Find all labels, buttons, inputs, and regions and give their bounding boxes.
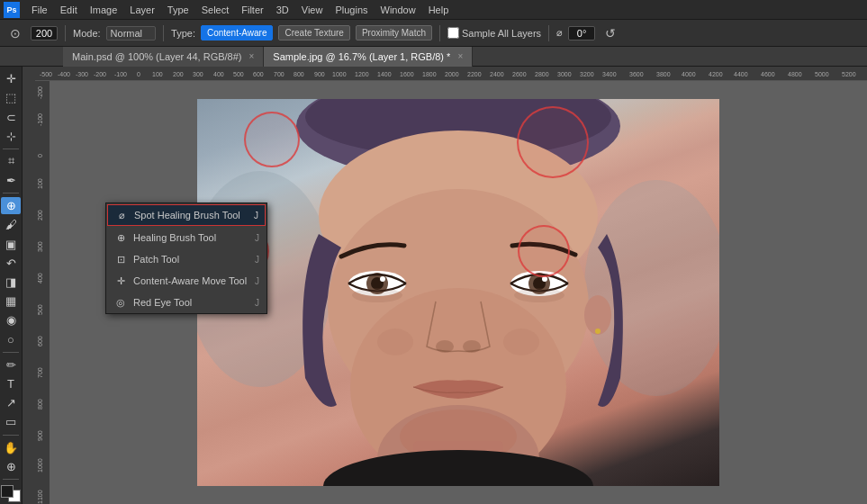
svg-point-78 [503, 328, 539, 356]
quick-select-tool[interactable]: ⊹ [1, 128, 21, 145]
menu-help[interactable]: Help [422, 3, 456, 17]
blur-tool[interactable]: ◉ [1, 311, 21, 328]
create-texture-btn[interactable]: Create Texture [278, 25, 349, 40]
svg-text:700: 700 [37, 367, 43, 378]
menu-window[interactable]: Window [375, 3, 422, 17]
h-ruler: -500 -400 -300 -200 -100 0 100 200 300 4… [35, 67, 867, 81]
clone-stamp-tool[interactable]: ▣ [1, 236, 21, 253]
tool-healing-brush[interactable]: ⊕ Healing Brush Tool J [106, 227, 266, 248]
spot-healing-icon: ⌀ [114, 208, 129, 222]
proximity-match-btn[interactable]: Proximity Match [356, 25, 432, 40]
sep-c [3, 352, 19, 353]
marquee-tool[interactable]: ⬚ [1, 89, 21, 106]
pen-tool[interactable]: ✏ [1, 356, 21, 374]
menu-edit[interactable]: Edit [54, 3, 84, 17]
spot-healing-shortcut: J [254, 211, 258, 220]
tool-spot-healing[interactable]: ⌀ Spot Healing Brush Tool J [107, 204, 266, 226]
canvas-viewport[interactable]: ⌀ Spot Healing Brush Tool J ⊕ Healing Br… [50, 81, 867, 504]
healing-brush-icon: ⊕ [113, 230, 128, 245]
tool-dropdown: ⌀ Spot Healing Brush Tool J ⊕ Healing Br… [105, 202, 267, 314]
menu-image[interactable]: Image [84, 3, 124, 17]
shape-tool[interactable]: ▭ [1, 413, 21, 430]
brush-preset-picker[interactable]: ⊙ [5, 23, 25, 43]
hand-tool[interactable]: ✋ [1, 438, 21, 455]
zoom-tool[interactable]: ⊕ [1, 458, 21, 475]
tab-sample-label: Sample.jpg @ 16.7% (Layer 1, RGB/8) * [273, 51, 450, 62]
svg-text:200: 200 [173, 71, 184, 77]
svg-text:0: 0 [37, 154, 43, 158]
path-select-tool[interactable]: ↗ [1, 394, 21, 411]
foreground-color-swatch[interactable] [1, 485, 14, 498]
svg-text:4200: 4200 [709, 71, 723, 77]
svg-text:500: 500 [37, 304, 43, 315]
tool-patch[interactable]: ⊡ Patch Tool J [106, 248, 266, 270]
canvas-body: -200 -100 0 100 200 300 400 500 600 700 … [35, 81, 867, 504]
svg-point-71 [463, 340, 481, 353]
photo-canvas [197, 99, 719, 486]
svg-text:-100: -100 [114, 71, 127, 77]
dodge-tool[interactable]: ○ [1, 331, 21, 348]
menu-layer[interactable]: Layer [123, 3, 161, 17]
history-brush-tool[interactable]: ↶ [1, 255, 21, 272]
crop-tool[interactable]: ⌗ [1, 153, 21, 170]
v-ruler-svg: -200 -100 0 100 200 300 400 500 600 700 … [35, 81, 50, 504]
mode-dropdown[interactable]: Normal [106, 26, 156, 40]
healing-brush-label: Healing Brush Tool [133, 232, 216, 243]
sep2 [163, 25, 164, 41]
menu-bar: Ps File Edit Image Layer Type Select Fil… [0, 0, 867, 20]
sep3 [439, 25, 440, 41]
tab-main-close[interactable]: × [248, 51, 254, 61]
svg-text:1000: 1000 [37, 458, 43, 472]
content-aware-move-icon: ✛ [113, 274, 128, 288]
tool-red-eye[interactable]: ◎ Red Eye Tool J [106, 292, 266, 313]
tool-content-aware-move[interactable]: ✛ Content-Aware Move Tool J [106, 270, 266, 292]
main-area: ✛ ⬚ ⊂ ⊹ ⌗ ✒ ⊕ 🖌 ▣ ↶ ◨ ▦ ◉ ○ ✏ T ↗ ▭ ✋ ⊕ [0, 67, 867, 504]
type-label: Type: [171, 28, 195, 39]
tab-main-psd[interactable]: Main.psd @ 100% (Layer 44, RGB/8#) × [63, 47, 264, 67]
content-aware-move-label: Content-Aware Move Tool [133, 275, 247, 286]
menu-3d[interactable]: 3D [270, 3, 295, 17]
svg-rect-0 [23, 67, 35, 504]
svg-point-70 [436, 340, 454, 353]
tab-sample-jpg[interactable]: Sample.jpg @ 16.7% (Layer 1, RGB/8) * × [264, 47, 473, 67]
sample-all-input[interactable] [447, 27, 459, 39]
menu-view[interactable]: View [295, 3, 330, 17]
svg-point-65 [380, 276, 385, 282]
move-tool[interactable]: ✛ [1, 70, 21, 87]
brush-tool[interactable]: 🖌 [1, 216, 21, 233]
tab-sample-close[interactable]: × [457, 51, 463, 61]
svg-text:-200: -200 [37, 86, 43, 99]
gradient-tool[interactable]: ▦ [1, 292, 21, 310]
menu-type[interactable]: Type [161, 3, 195, 17]
color-swatches[interactable] [1, 485, 21, 502]
svg-text:900: 900 [37, 430, 43, 441]
svg-text:-300: -300 [76, 71, 88, 77]
mode-label: Mode: [73, 28, 101, 39]
eraser-tool[interactable]: ◨ [1, 274, 21, 291]
svg-text:-100: -100 [37, 113, 43, 126]
reset-icon[interactable]: ↺ [601, 23, 620, 43]
left-toolbar: ✛ ⬚ ⊂ ⊹ ⌗ ✒ ⊕ 🖌 ▣ ↶ ◨ ▦ ◉ ○ ✏ T ↗ ▭ ✋ ⊕ [0, 67, 23, 504]
svg-text:1000: 1000 [332, 71, 347, 77]
healing-tool[interactable]: ⊕ [1, 197, 21, 214]
brush-size-value[interactable]: 200 [31, 26, 58, 40]
menu-plugins[interactable]: Plugins [329, 3, 374, 17]
menu-filter[interactable]: Filter [235, 3, 269, 17]
svg-text:3400: 3400 [602, 71, 617, 77]
eyedropper-tool[interactable]: ✒ [1, 172, 21, 189]
svg-text:2400: 2400 [490, 71, 504, 77]
angle-value[interactable]: 0° [568, 26, 595, 40]
menu-select[interactable]: Select [195, 3, 236, 17]
svg-point-77 [377, 328, 413, 356]
svg-text:2000: 2000 [445, 71, 459, 77]
svg-text:500: 500 [233, 71, 244, 77]
red-eye-label: Red Eye Tool [133, 297, 192, 308]
content-aware-btn[interactable]: Content-Aware [201, 25, 274, 40]
lasso-tool[interactable]: ⊂ [1, 108, 21, 125]
svg-text:-200: -200 [94, 71, 106, 77]
svg-text:300: 300 [37, 241, 43, 252]
menu-file[interactable]: File [25, 3, 54, 17]
content-aware-move-shortcut: J [255, 276, 259, 286]
sample-all-checkbox[interactable]: Sample All Layers [447, 27, 541, 39]
type-tool[interactable]: T [1, 375, 21, 392]
